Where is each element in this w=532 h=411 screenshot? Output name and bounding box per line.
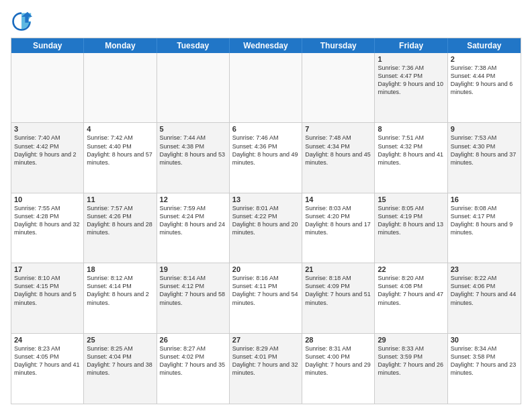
- table-row: 13Sunrise: 8:01 AM Sunset: 4:22 PM Dayli…: [230, 193, 302, 263]
- day-number: 6: [232, 125, 299, 133]
- day-number: 29: [378, 336, 444, 344]
- table-row: 7Sunrise: 7:48 AM Sunset: 4:34 PM Daylig…: [302, 123, 375, 192]
- table-row: 15Sunrise: 8:05 AM Sunset: 4:19 PM Dayli…: [375, 193, 447, 263]
- table-row: 25Sunrise: 8:25 AM Sunset: 4:04 PM Dayli…: [84, 334, 157, 404]
- day-info: Sunrise: 8:22 AM Sunset: 4:06 PM Dayligh…: [451, 274, 518, 307]
- page-header: [11, 11, 521, 32]
- day-number: 26: [160, 336, 226, 344]
- day-number: 15: [378, 195, 444, 203]
- day-number: 24: [14, 336, 81, 344]
- day-number: 21: [305, 265, 371, 273]
- table-row: 17Sunrise: 8:10 AM Sunset: 4:15 PM Dayli…: [11, 263, 84, 332]
- day-info: Sunrise: 8:34 AM Sunset: 3:58 PM Dayligh…: [451, 345, 518, 377]
- day-number: 10: [14, 195, 81, 203]
- calendar-row: 1Sunrise: 7:36 AM Sunset: 4:47 PM Daylig…: [11, 53, 521, 123]
- table-row: [302, 53, 375, 122]
- day-number: 22: [378, 265, 444, 273]
- day-info: Sunrise: 7:59 AM Sunset: 4:24 PM Dayligh…: [160, 204, 226, 237]
- table-row: 5Sunrise: 7:44 AM Sunset: 4:38 PM Daylig…: [157, 123, 230, 192]
- table-row: [157, 53, 230, 122]
- logo-icon: [11, 11, 32, 32]
- day-info: Sunrise: 7:42 AM Sunset: 4:40 PM Dayligh…: [87, 134, 153, 167]
- day-number: 16: [451, 195, 518, 203]
- weekday-header: Sunday: [11, 38, 84, 53]
- table-row: 9Sunrise: 7:53 AM Sunset: 4:30 PM Daylig…: [448, 123, 521, 192]
- table-row: [230, 53, 302, 122]
- day-number: 9: [451, 125, 518, 133]
- table-row: 28Sunrise: 8:31 AM Sunset: 4:00 PM Dayli…: [302, 334, 375, 404]
- table-row: [84, 53, 157, 122]
- day-number: 14: [305, 195, 371, 203]
- table-row: 24Sunrise: 8:23 AM Sunset: 4:05 PM Dayli…: [11, 334, 84, 404]
- day-info: Sunrise: 7:57 AM Sunset: 4:26 PM Dayligh…: [87, 204, 153, 237]
- day-number: 18: [87, 265, 153, 273]
- day-info: Sunrise: 8:01 AM Sunset: 4:22 PM Dayligh…: [232, 204, 299, 237]
- day-info: Sunrise: 8:14 AM Sunset: 4:12 PM Dayligh…: [160, 274, 226, 307]
- table-row: 27Sunrise: 8:29 AM Sunset: 4:01 PM Dayli…: [230, 334, 302, 404]
- calendar-row: 3Sunrise: 7:40 AM Sunset: 4:42 PM Daylig…: [11, 123, 521, 193]
- day-number: 25: [87, 336, 153, 344]
- day-info: Sunrise: 8:08 AM Sunset: 4:17 PM Dayligh…: [451, 204, 518, 237]
- calendar: SundayMondayTuesdayWednesdayThursdayFrid…: [11, 38, 521, 404]
- day-info: Sunrise: 7:48 AM Sunset: 4:34 PM Dayligh…: [305, 134, 371, 167]
- day-info: Sunrise: 8:27 AM Sunset: 4:02 PM Dayligh…: [160, 345, 226, 377]
- day-info: Sunrise: 7:55 AM Sunset: 4:28 PM Dayligh…: [14, 204, 81, 237]
- day-number: 13: [232, 195, 299, 203]
- table-row: 16Sunrise: 8:08 AM Sunset: 4:17 PM Dayli…: [448, 193, 521, 263]
- calendar-row: 10Sunrise: 7:55 AM Sunset: 4:28 PM Dayli…: [11, 193, 521, 263]
- table-row: 30Sunrise: 8:34 AM Sunset: 3:58 PM Dayli…: [448, 334, 521, 404]
- day-info: Sunrise: 7:38 AM Sunset: 4:44 PM Dayligh…: [451, 64, 518, 97]
- day-number: 17: [14, 265, 81, 273]
- day-info: Sunrise: 8:25 AM Sunset: 4:04 PM Dayligh…: [87, 345, 153, 377]
- table-row: 22Sunrise: 8:20 AM Sunset: 4:08 PM Dayli…: [375, 263, 447, 332]
- weekday-header: Wednesday: [230, 38, 302, 53]
- calendar-row: 24Sunrise: 8:23 AM Sunset: 4:05 PM Dayli…: [11, 334, 521, 404]
- table-row: 29Sunrise: 8:33 AM Sunset: 3:59 PM Dayli…: [375, 334, 447, 404]
- day-info: Sunrise: 8:03 AM Sunset: 4:20 PM Dayligh…: [305, 204, 371, 237]
- day-number: 19: [160, 265, 226, 273]
- calendar-body: 1Sunrise: 7:36 AM Sunset: 4:47 PM Daylig…: [11, 53, 521, 404]
- table-row: 10Sunrise: 7:55 AM Sunset: 4:28 PM Dayli…: [11, 193, 84, 263]
- day-number: 8: [378, 125, 444, 133]
- day-info: Sunrise: 7:53 AM Sunset: 4:30 PM Dayligh…: [451, 134, 518, 167]
- table-row: 3Sunrise: 7:40 AM Sunset: 4:42 PM Daylig…: [11, 123, 84, 192]
- table-row: 1Sunrise: 7:36 AM Sunset: 4:47 PM Daylig…: [375, 53, 447, 122]
- day-info: Sunrise: 8:05 AM Sunset: 4:19 PM Dayligh…: [378, 204, 444, 237]
- table-row: 11Sunrise: 7:57 AM Sunset: 4:26 PM Dayli…: [84, 193, 157, 263]
- day-info: Sunrise: 8:12 AM Sunset: 4:14 PM Dayligh…: [87, 274, 153, 307]
- day-number: 23: [451, 265, 518, 273]
- table-row: 19Sunrise: 8:14 AM Sunset: 4:12 PM Dayli…: [157, 263, 230, 332]
- table-row: 18Sunrise: 8:12 AM Sunset: 4:14 PM Dayli…: [84, 263, 157, 332]
- weekday-header: Friday: [375, 38, 447, 53]
- day-info: Sunrise: 7:36 AM Sunset: 4:47 PM Dayligh…: [378, 64, 444, 97]
- table-row: [11, 53, 84, 122]
- day-number: 27: [232, 336, 299, 344]
- table-row: 8Sunrise: 7:51 AM Sunset: 4:32 PM Daylig…: [375, 123, 447, 192]
- day-number: 2: [451, 55, 518, 63]
- weekday-header: Thursday: [302, 38, 375, 53]
- day-number: 5: [160, 125, 226, 133]
- day-info: Sunrise: 8:18 AM Sunset: 4:09 PM Dayligh…: [305, 274, 371, 307]
- day-number: 3: [14, 125, 81, 133]
- table-row: 12Sunrise: 7:59 AM Sunset: 4:24 PM Dayli…: [157, 193, 230, 263]
- table-row: 26Sunrise: 8:27 AM Sunset: 4:02 PM Dayli…: [157, 334, 230, 404]
- table-row: 20Sunrise: 8:16 AM Sunset: 4:11 PM Dayli…: [230, 263, 302, 332]
- table-row: 21Sunrise: 8:18 AM Sunset: 4:09 PM Dayli…: [302, 263, 375, 332]
- day-number: 20: [232, 265, 299, 273]
- calendar-header: SundayMondayTuesdayWednesdayThursdayFrid…: [11, 38, 521, 53]
- day-info: Sunrise: 8:33 AM Sunset: 3:59 PM Dayligh…: [378, 345, 444, 377]
- day-info: Sunrise: 8:20 AM Sunset: 4:08 PM Dayligh…: [378, 274, 444, 307]
- day-info: Sunrise: 8:23 AM Sunset: 4:05 PM Dayligh…: [14, 345, 81, 377]
- day-number: 12: [160, 195, 226, 203]
- day-info: Sunrise: 8:31 AM Sunset: 4:00 PM Dayligh…: [305, 345, 371, 377]
- day-number: 7: [305, 125, 371, 133]
- table-row: 14Sunrise: 8:03 AM Sunset: 4:20 PM Dayli…: [302, 193, 375, 263]
- day-number: 11: [87, 195, 153, 203]
- weekday-header: Saturday: [448, 38, 521, 53]
- day-info: Sunrise: 7:40 AM Sunset: 4:42 PM Dayligh…: [14, 134, 81, 167]
- table-row: 23Sunrise: 8:22 AM Sunset: 4:06 PM Dayli…: [448, 263, 521, 332]
- day-info: Sunrise: 7:46 AM Sunset: 4:36 PM Dayligh…: [232, 134, 299, 167]
- table-row: 4Sunrise: 7:42 AM Sunset: 4:40 PM Daylig…: [84, 123, 157, 192]
- table-row: 6Sunrise: 7:46 AM Sunset: 4:36 PM Daylig…: [230, 123, 302, 192]
- day-number: 28: [305, 336, 371, 344]
